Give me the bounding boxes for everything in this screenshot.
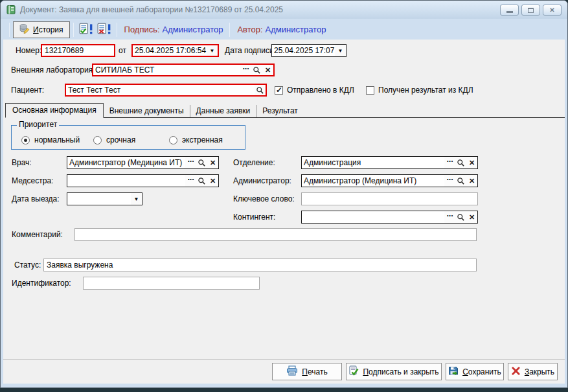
ellipsis-button[interactable]: ···: [444, 211, 455, 223]
clear-icon[interactable]: ✕: [207, 175, 218, 187]
identifier-input[interactable]: [83, 277, 260, 290]
sent-to-kdl-option[interactable]: Отправлено в КДЛ: [275, 84, 354, 97]
history-icon: [19, 23, 30, 36]
clear-icon[interactable]: ✕: [207, 157, 218, 168]
search-icon[interactable]: [455, 157, 466, 168]
radio-normal-label: нормальный: [34, 133, 80, 146]
comment-input[interactable]: [74, 228, 477, 241]
toolbar-separator: [229, 23, 230, 37]
patient-field[interactable]: Тест Тест Тест: [65, 84, 267, 97]
external-lab-field[interactable]: СИТИЛАБ ТЕСТ ··· ✕: [92, 63, 275, 76]
author-label: Автор:: [237, 25, 262, 34]
tab-request-data[interactable]: Данные заявки: [190, 105, 257, 117]
priority-option-normal[interactable]: нормальный: [21, 133, 80, 146]
status-label: Статус:: [14, 259, 41, 271]
date-from-value: 25.04.2025 17:06:54: [133, 45, 207, 56]
document-window: Документ: Заявка для внешней лаборатории…: [0, 0, 568, 388]
departure-date-picker[interactable]: ▼: [67, 192, 142, 205]
administrator-label: Администратор:: [233, 174, 291, 187]
radio-emergency[interactable]: [169, 136, 177, 144]
sent-to-kdl-checkbox[interactable]: [275, 86, 283, 95]
number-input[interactable]: [41, 44, 115, 57]
close-button[interactable]: Закрыть: [508, 363, 558, 380]
save-button[interactable]: Сохранить: [446, 363, 504, 380]
doctor-field[interactable]: Администратор (Медицина ИТ) ··· ✕: [67, 156, 219, 169]
radio-urgent[interactable]: [93, 136, 102, 144]
history-button[interactable]: История: [13, 21, 70, 38]
priority-group-title: Приоритет: [17, 120, 59, 129]
clear-icon[interactable]: ✕: [466, 157, 477, 168]
search-icon[interactable]: [251, 65, 262, 75]
save-button-label: Сохранить: [462, 367, 501, 376]
author-value: Администратор: [266, 25, 326, 34]
administrator-field[interactable]: Администратор (Медицина ИТ) ··· ✕: [301, 174, 478, 187]
clear-icon[interactable]: ✕: [262, 65, 273, 75]
external-lab-label: Внешняя лаборатория:: [11, 63, 95, 76]
priority-group: Приоритет нормальный срочная экстренная: [11, 125, 245, 150]
department-field[interactable]: Администрация ··· ✕: [301, 156, 478, 169]
search-icon[interactable]: [255, 85, 266, 95]
search-icon[interactable]: [196, 175, 207, 187]
date-from-picker[interactable]: 25.04.2025 17:06:54 ▼: [131, 44, 219, 57]
departure-date-label: Дата выезда:: [12, 192, 60, 205]
clear-icon[interactable]: ✕: [466, 175, 477, 187]
patient-value: Тест Тест Тест: [66, 85, 255, 95]
tab-result[interactable]: Результат: [256, 105, 304, 117]
print-button[interactable]: Печать: [272, 363, 342, 380]
search-icon[interactable]: [455, 211, 466, 223]
contingent-field[interactable]: ··· ✕: [301, 211, 478, 224]
close-window-button[interactable]: ✕: [543, 5, 562, 16]
tab-main-info[interactable]: Основная информация: [5, 103, 104, 118]
contingent-label: Контингент:: [233, 211, 275, 224]
search-icon[interactable]: [455, 175, 466, 187]
toolbar-separator: [73, 23, 74, 37]
radio-urgent-label: срочная: [106, 133, 135, 146]
window-title: Документ: Заявка для внешней лаборатории…: [20, 5, 283, 14]
close-icon: ✕: [549, 7, 554, 14]
sign-date-picker[interactable]: 25.04.2025 17:07:22 ▼: [271, 44, 346, 57]
minimize-button[interactable]: [500, 5, 519, 16]
date-from-label: от: [119, 44, 126, 57]
result-received-checkbox[interactable]: [366, 86, 374, 95]
chevron-down-icon[interactable]: ▼: [131, 193, 142, 205]
ellipsis-button[interactable]: ···: [240, 65, 251, 75]
sign-document-button[interactable]: [78, 21, 95, 38]
ellipsis-button[interactable]: ···: [444, 157, 455, 168]
chevron-down-icon[interactable]: ▼: [207, 45, 218, 56]
doctor-label: Врач:: [12, 156, 32, 169]
nurse-value: [67, 175, 185, 187]
department-label: Отделение:: [233, 156, 275, 169]
sign-and-close-button[interactable]: Подписать и закрыть: [346, 363, 442, 380]
sign-date-label: Дата подписи:: [225, 44, 276, 57]
window-controls: ✕: [500, 5, 562, 16]
minimize-icon: [506, 11, 513, 13]
titlebar[interactable]: Документ: Заявка для внешней лаборатории…: [1, 1, 567, 19]
nurse-label: Медсестра:: [12, 174, 53, 187]
priority-option-emergency[interactable]: экстренная: [169, 133, 223, 146]
clear-icon[interactable]: ✕: [466, 211, 477, 223]
tab-external-documents[interactable]: Внешние документы: [104, 105, 190, 117]
doctor-value: Администратор (Медицина ИТ): [67, 157, 185, 168]
chevron-down-icon[interactable]: ▼: [335, 45, 346, 56]
radio-emergency-label: экстренная: [182, 133, 223, 146]
close-button-label: Закрыть: [525, 367, 554, 376]
sent-to-kdl-label: Отправлено в КДЛ: [287, 84, 354, 97]
status-input[interactable]: [43, 259, 477, 271]
nurse-field[interactable]: ··· ✕: [67, 174, 219, 187]
ellipsis-button[interactable]: ···: [185, 175, 196, 187]
ellipsis-button[interactable]: ···: [185, 157, 196, 168]
footer-button-bar: Печать Подписать и закрыть Сохранить Зак…: [3, 359, 565, 384]
sign-label: Подпись:: [124, 25, 160, 34]
unsign-document-button[interactable]: [96, 21, 113, 38]
sign-value: Администратор: [163, 25, 223, 34]
radio-normal[interactable]: [21, 136, 30, 144]
priority-option-urgent[interactable]: срочная: [93, 133, 135, 146]
keyword-input[interactable]: [301, 192, 478, 205]
toolbar: История Подпись: Администратор Автор: Ад…: [1, 19, 567, 40]
document-icon: [6, 5, 16, 15]
ellipsis-button[interactable]: ···: [444, 175, 455, 187]
comment-label: Комментарий:: [12, 228, 63, 241]
maximize-button[interactable]: [521, 5, 540, 16]
result-received-option[interactable]: Получен результат из КДЛ: [366, 84, 473, 97]
search-icon[interactable]: [196, 157, 207, 168]
